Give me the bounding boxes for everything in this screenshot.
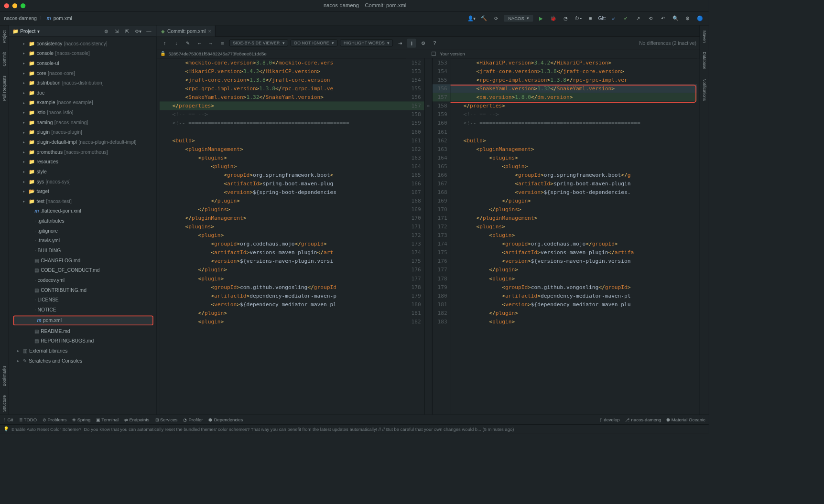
tree-item-sys[interactable]: ▸📁 sys [nacos-sys] <box>11 177 157 187</box>
tab-commit-pom[interactable]: ◆ Commit: pom.xml × <box>157 25 216 36</box>
status-repo[interactable]: ⎇ nacos-dameng <box>625 417 661 422</box>
tree-item-plugin-default-impl[interactable]: ▸📁 plugin-default-impl [nacos-plugin-def… <box>11 137 157 147</box>
breadcrumb-project[interactable]: nacos-dameng <box>4 15 37 21</box>
status-dependencies[interactable]: ⬢ Dependencies <box>208 417 243 422</box>
tree-item-codecov-yml[interactable]: · codecov.yml <box>11 275 157 285</box>
tree-item-plugin[interactable]: ▸📁 plugin [nacos-plugin] <box>11 128 157 138</box>
list-icon[interactable]: ≡ <box>218 38 227 47</box>
next-diff-icon[interactable]: ↓ <box>172 38 181 47</box>
tree-item-building[interactable]: · BUILDING <box>11 246 157 256</box>
run-config-select[interactable]: NACOS ▾ <box>504 15 533 22</box>
settings-icon[interactable]: ⚙ <box>683 14 692 23</box>
avatar-icon[interactable]: 🔵 <box>695 14 705 23</box>
tree-item-doc[interactable]: ▸📁 doc <box>11 88 157 98</box>
tree-item-core[interactable]: ▸📁 core [nacos-core] <box>11 68 157 78</box>
tree-item-resources[interactable]: ▸📁 resources <box>11 157 157 167</box>
status-terminal[interactable]: ▣ Terminal <box>96 417 119 422</box>
tree-item--gitattributes[interactable]: · .gitattributes <box>11 216 157 226</box>
nav-back-icon[interactable]: ← <box>195 38 204 47</box>
prev-diff-icon[interactable]: ↑ <box>160 38 169 47</box>
help-icon[interactable]: ? <box>430 38 439 47</box>
rail-commit[interactable]: Commit <box>2 50 6 69</box>
nav-fwd-icon[interactable]: → <box>206 38 216 47</box>
git-rollback-icon[interactable]: ↶ <box>659 14 668 23</box>
tree-item-target[interactable]: ▸📂 target <box>11 186 157 196</box>
run-icon[interactable]: ▶ <box>537 14 546 23</box>
tree-item-contributing-md[interactable]: ▤ CONTRIBUTING.md <box>11 285 157 295</box>
git-commit-icon[interactable]: ✔ <box>621 14 630 23</box>
profile-icon[interactable]: ⏱▾ <box>574 14 583 23</box>
git-update-icon[interactable]: ↙ <box>609 14 618 23</box>
panel-settings-icon[interactable]: ⚙▾ <box>134 26 143 35</box>
tree-item-pom-xml[interactable]: m pom.xml <box>13 315 153 325</box>
right-code[interactable]: <HikariCP.version>3.4.2</HikariCP.versio… <box>451 58 697 415</box>
stop-icon[interactable]: ■ <box>586 14 595 23</box>
rail-bookmarks[interactable]: Bookmarks <box>2 364 6 389</box>
edit-icon[interactable]: ✎ <box>184 38 193 47</box>
left-code[interactable]: <mockito-core.version>3.8.0</mockito-cor… <box>160 58 406 415</box>
rail-structure[interactable]: Structure <box>2 393 6 415</box>
tree-item--flattened-pom-xml[interactable]: m .flattened-pom.xml <box>11 206 157 216</box>
search-icon[interactable]: 🔍 <box>671 14 680 23</box>
tree-item-consistency[interactable]: ▸📁 consistency [nacos-consistency] <box>11 39 157 49</box>
status-services[interactable]: ⊞ Services <box>155 417 178 422</box>
rail-maven[interactable]: Maven <box>702 28 706 45</box>
rail-notifications[interactable]: Notifications <box>702 76 706 103</box>
run-config-icon[interactable]: ⟳ <box>492 14 501 23</box>
tree-item-reporting-bugs-md[interactable]: ▤ REPORTING-BUGS.md <box>11 336 157 346</box>
build-icon[interactable]: 🔨 <box>479 14 488 23</box>
status-spring[interactable]: ❀ Spring <box>72 417 90 422</box>
tree-item-prometheus[interactable]: ▸📁 prometheus [nacos-prometheus] <box>11 147 157 157</box>
git-history-icon[interactable]: ⟲ <box>646 14 655 23</box>
tree-item-changelog-md[interactable]: ▤ CHANGELOG.md <box>11 256 157 266</box>
user-icon[interactable]: 👤▾ <box>467 14 476 23</box>
tree-item-external-libraries[interactable]: ▸▥ External Libraries <box>11 346 157 356</box>
breadcrumb-file[interactable]: pom.xml <box>54 15 72 21</box>
tree-item-console[interactable]: ▸📁 console [nacos-console] <box>11 48 157 58</box>
diff-settings-icon[interactable]: ⚙ <box>419 38 428 47</box>
viewer-mode-select[interactable]: SIDE-BY-SIDE VIEWER ▾ <box>229 40 288 47</box>
readonly-checkbox[interactable] <box>432 52 436 56</box>
project-tree[interactable]: ▸📁 consistency [nacos-consistency]▸📁 con… <box>9 37 157 414</box>
hide-panel-icon[interactable]: — <box>144 26 153 35</box>
status-git[interactable]: ᚶ Git <box>3 417 13 422</box>
tree-item-example[interactable]: ▸📁 example [nacos-example] <box>11 98 157 108</box>
debug-icon[interactable]: 🐞 <box>549 14 558 23</box>
collapse-unchanged-icon[interactable]: ⇥ <box>396 38 405 47</box>
status-profiler[interactable]: ◔ Profiler <box>183 417 203 422</box>
status-branch[interactable]: ᚶ develop <box>600 417 620 422</box>
diff-summary: No differences (2 inactive) <box>639 40 696 46</box>
highlight-select[interactable]: HIGHLIGHT WORDS ▾ <box>340 40 393 47</box>
status-todo[interactable]: ≣ TODO <box>19 417 37 422</box>
tree-item-scratches-and-consoles[interactable]: ▸✎ Scratches and Consoles <box>11 356 157 366</box>
tree-item-code-of-conduct-md[interactable]: ▤ CODE_OF_CONDUCT.md <box>11 266 157 276</box>
rail-pull-requests[interactable]: Pull Requests <box>2 73 6 103</box>
maximize-window[interactable] <box>21 3 25 8</box>
tree-item-style[interactable]: ▸📁 style <box>11 167 157 177</box>
collapse-all-icon[interactable]: ⇱ <box>123 26 132 35</box>
close-window[interactable] <box>4 3 9 8</box>
tree-item--travis-yml[interactable]: · .travis.yml <box>11 236 157 246</box>
tree-item-console-ui[interactable]: ▸📁 console-ui <box>11 58 157 68</box>
git-push-icon[interactable]: ↗ <box>634 14 643 23</box>
tree-item-license[interactable]: · LICENSE <box>11 295 157 305</box>
minimize-window[interactable] <box>12 3 17 8</box>
tree-item--gitignore[interactable]: · .gitignore <box>11 226 157 236</box>
status-theme[interactable]: ⬣ Material Oceanic <box>666 417 705 422</box>
tab-close-icon[interactable]: × <box>208 28 211 34</box>
tree-item-notice[interactable]: · NOTICE <box>11 305 157 315</box>
tree-item-distribution[interactable]: ▸📁 distribution [nacos-distribution] <box>11 78 157 88</box>
coverage-icon[interactable]: ◔ <box>561 14 570 23</box>
status-problems[interactable]: ⊘ Problems <box>43 417 66 422</box>
rail-project[interactable]: Project <box>2 28 6 45</box>
status-endpoints[interactable]: ⇄ Endpoints <box>124 417 149 422</box>
rail-database[interactable]: Database <box>702 49 706 72</box>
tree-item-istio[interactable]: ▸📁 istio [nacos-istio] <box>11 107 157 118</box>
expand-all-icon[interactable]: ⇲ <box>112 26 121 35</box>
sync-scroll-icon[interactable]: ⫿ <box>407 38 416 47</box>
tree-item-naming[interactable]: ▸📁 naming [nacos-naming] <box>11 118 157 128</box>
tree-item-readme-md[interactable]: ▤ README.md <box>11 326 157 336</box>
select-opened-icon[interactable]: ⊚ <box>101 26 110 35</box>
tree-item-test[interactable]: ▸📁 test [nacos-test] <box>11 196 157 206</box>
ignore-select[interactable]: DO NOT IGNORE ▾ <box>291 40 337 47</box>
